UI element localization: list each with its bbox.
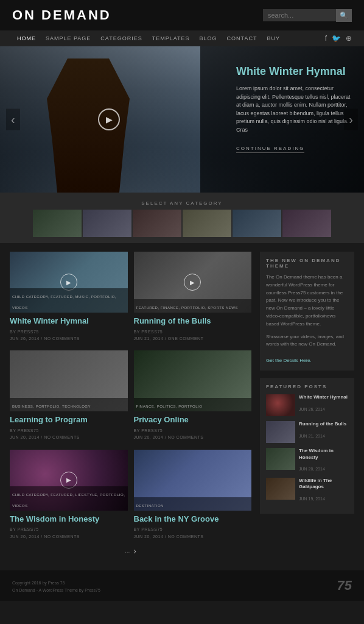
post-thumb-2[interactable]: ▶ FEATURED, FINANCE, PORTFOLIO, SPORTS N… — [134, 252, 252, 313]
post-tags-6: DESTINATION — [136, 504, 164, 508]
nav-categories[interactable]: CATEGORIES — [96, 30, 147, 46]
feat-title-4[interactable]: Wildlife in The Galápagos — [299, 478, 348, 491]
post-title-2[interactable]: Running of the Bulls — [134, 316, 252, 327]
post-thumb-1[interactable]: ▶ CHILD CATEGORY, FEATURED, MUSIC, PORTF… — [10, 252, 128, 313]
post-thumb-6[interactable]: DESTINATION — [134, 450, 252, 511]
post-tag-bar-6: DESTINATION — [134, 497, 252, 511]
nav-home[interactable]: HOME — [12, 30, 41, 46]
post-author-4: BY PRESS75 — [134, 428, 163, 433]
cat-thumb-2[interactable] — [83, 210, 131, 237]
twitter-icon[interactable]: 🐦 — [332, 34, 341, 43]
hero-next-arrow[interactable]: › — [344, 109, 358, 130]
nav-contact[interactable]: CONTACT — [222, 30, 262, 46]
post-tag-bar-5: CHILD CATEGORY, FEATURED, LIFESTYLE, POR… — [10, 486, 128, 511]
cat-thumb-6[interactable] — [282, 210, 331, 237]
sidebar-new-body: The On Demand theme has been a wonderful… — [266, 274, 348, 328]
post-title-6[interactable]: Back in the NY Groove — [134, 514, 252, 525]
post-comments-6: NO COMMENTS — [168, 534, 204, 539]
feat-info-2: Running of the Bulls JUN 21, 2014 — [299, 421, 346, 439]
sidebar-new-link[interactable]: Get the Details Here. — [266, 358, 312, 363]
post-play-2[interactable]: ▶ — [184, 274, 201, 291]
feat-info-1: White Winter Hymnal JUN 26, 2014 — [299, 394, 348, 413]
post-date-4: JUN 20, 2014 — [134, 435, 164, 439]
sidebar-featured-section: FEATURED POSTS White Winter Hymnal JUN 2… — [260, 378, 354, 514]
hero-text: White Winter Hymnal Lorem ipsum dolor si… — [236, 65, 352, 152]
rss-icon[interactable]: ⊕ — [346, 34, 352, 43]
category-thumbs — [12, 207, 352, 239]
post-date-5: JUN 20, 2014 — [10, 534, 40, 539]
post-date-1: JUN 26, 2014 — [10, 336, 40, 341]
search-button[interactable]: 🔍 — [336, 9, 352, 22]
post-author-3: BY PRESS75 — [10, 428, 39, 433]
post-title-3[interactable]: Learning to Program — [10, 415, 128, 425]
post-comments-2: ONE COMMENT — [168, 336, 204, 341]
cat-thumb-1[interactable] — [33, 210, 82, 237]
sidebar-new-section: THE NEW ON DEMAND THEME The On Demand th… — [260, 252, 354, 370]
post-meta-5: BY PRESS75 JUN 20, 2014 / NO COMMENTS — [10, 526, 128, 539]
post-thumb-4[interactable]: FINANCE, POLITICS, PORTFOLIO — [134, 350, 252, 411]
post-title-1[interactable]: White Winter Hymnal — [10, 316, 128, 327]
post-author-6: BY PRESS75 — [134, 527, 163, 531]
post-title-5[interactable]: The Wisdom in Honesty — [10, 514, 128, 525]
nav-sample-page[interactable]: SAMPLE PAGE — [41, 30, 96, 46]
post-tags-5: CHILD CATEGORY, FEATURED, LIFESTYLE, POR… — [12, 493, 125, 508]
feat-date-3: JUN 20, 2014 — [299, 467, 325, 471]
site-footer: Copyright 2016 by Press 75 On Demand - A… — [0, 570, 364, 601]
cat-thumb-5[interactable] — [233, 210, 281, 237]
hero-prev-arrow[interactable]: ‹ — [6, 109, 20, 130]
feat-thumb-4[interactable] — [266, 478, 295, 500]
post-card-1: ▶ CHILD CATEGORY, FEATURED, MUSIC, PORTF… — [10, 252, 128, 342]
feat-title-1[interactable]: White Winter Hymnal — [299, 394, 348, 400]
cat-thumb-4[interactable] — [183, 210, 231, 237]
site-header: ON DEMAND 🔍 — [0, 0, 364, 30]
post-tag-bar-4: FINANCE, POLITICS, PORTFOLIO — [134, 398, 252, 411]
feat-info-4: Wildlife in The Galápagos JUN 19, 2014 — [299, 478, 348, 503]
post-date-6: JUN 20, 2014 — [134, 534, 164, 539]
nav-blog[interactable]: BLOG — [195, 30, 222, 46]
feat-info-3: The Wisdom in Honesty JUN 20, 2014 — [299, 448, 348, 473]
pagination: ... › — [10, 540, 251, 562]
post-meta-6: BY PRESS75 JUN 20, 2014 / NO COMMENTS — [134, 526, 252, 539]
post-card-4: FINANCE, POLITICS, PORTFOLIO Privacy Onl… — [134, 350, 252, 441]
pagination-next[interactable]: › — [133, 546, 136, 556]
site-title: ON DEMAND — [12, 7, 111, 23]
post-meta-3: BY PRESS75 JUN 20, 2014 / NO COMMENTS — [10, 427, 128, 441]
post-title-4[interactable]: Privacy Online — [134, 415, 252, 425]
post-tag-bar-1: CHILD CATEGORY, FEATURED, MUSIC, PORTFOL… — [10, 288, 128, 313]
facebook-icon[interactable]: f — [325, 34, 327, 43]
feat-title-3[interactable]: The Wisdom in Honesty — [299, 448, 348, 461]
post-tags-2: FEATURED, FINANCE, PORTFOLIO, SPORTS NEW… — [136, 306, 239, 310]
post-thumb-5[interactable]: ▶ CHILD CATEGORY, FEATURED, LIFESTYLE, P… — [10, 450, 128, 511]
nav-buy[interactable]: BUY — [262, 30, 285, 46]
footer-copyright: Copyright 2016 by Press 75 — [12, 580, 100, 586]
feat-thumb-2[interactable] — [266, 421, 295, 443]
nav-social: f 🐦 ⊕ — [325, 34, 352, 43]
hero-play-button[interactable]: ▶ — [98, 108, 120, 130]
post-tags-4: FINANCE, POLITICS, PORTFOLIO — [136, 405, 203, 408]
pagination-dots: ... — [125, 547, 130, 554]
post-thumb-3[interactable]: BUSINESS, PORTFOLIO, TECHNOLOGY — [10, 350, 128, 411]
feat-thumb-1[interactable] — [266, 394, 295, 416]
post-card-5: ▶ CHILD CATEGORY, FEATURED, LIFESTYLE, P… — [10, 450, 128, 540]
nav-templates[interactable]: TEMPLATES — [147, 30, 195, 46]
featured-item-3: The Wisdom in Honesty JUN 20, 2014 — [266, 448, 348, 473]
feat-title-2[interactable]: Running of the Bulls — [299, 421, 346, 427]
post-card-2: ▶ FEATURED, FINANCE, PORTFOLIO, SPORTS N… — [134, 252, 252, 342]
post-grid: ▶ CHILD CATEGORY, FEATURED, MUSIC, PORTF… — [10, 252, 251, 540]
hero-cta[interactable]: CONTINUE READING — [236, 146, 304, 153]
post-tag-bar-3: BUSINESS, PORTFOLIO, TECHNOLOGY — [10, 398, 128, 411]
hero-title: White Winter Hymnal — [236, 65, 352, 79]
post-comments-1: NO COMMENTS — [44, 336, 80, 341]
post-card-6: DESTINATION Back in the NY Groove BY PRE… — [134, 450, 252, 540]
hero-section: ▶ White Winter Hymnal Lorem ipsum dolor … — [0, 46, 364, 193]
search-input[interactable] — [263, 9, 336, 21]
post-author-2: BY PRESS75 — [134, 330, 163, 334]
feat-thumb-3[interactable] — [266, 448, 295, 470]
sidebar-new-subtext: Showcase your videos, images, and words … — [266, 333, 348, 349]
content-area: ▶ CHILD CATEGORY, FEATURED, MUSIC, PORTF… — [10, 252, 251, 562]
post-meta-4: BY PRESS75 JUN 20, 2014 / NO COMMENTS — [134, 427, 252, 441]
post-tags-3: BUSINESS, PORTFOLIO, TECHNOLOGY — [12, 405, 91, 408]
footer-left: Copyright 2016 by Press 75 On Demand - A… — [12, 580, 100, 593]
post-comments-5: NO COMMENTS — [44, 534, 80, 539]
cat-thumb-3[interactable] — [133, 210, 181, 237]
